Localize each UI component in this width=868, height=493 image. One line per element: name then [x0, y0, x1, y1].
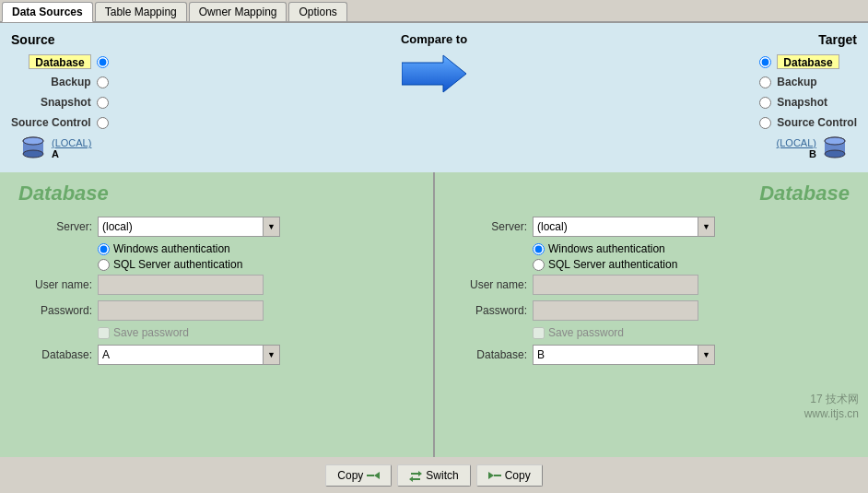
- svg-marker-0: [402, 55, 466, 92]
- copy-right-button[interactable]: Copy: [476, 464, 543, 487]
- target-server-input[interactable]: [533, 217, 698, 237]
- source-save-password-checkbox[interactable]: [98, 327, 110, 339]
- target-password-input[interactable]: [533, 300, 698, 321]
- target-backup-radio[interactable]: [759, 76, 771, 88]
- source-database-input[interactable]: [98, 345, 264, 365]
- target-sql-auth-radio[interactable]: [533, 259, 545, 271]
- source-backup-radio[interactable]: [97, 76, 109, 88]
- source-windows-auth-label: Windows authentication: [113, 242, 230, 255]
- target-server-label: Server:: [453, 220, 527, 233]
- source-db-name: (LOCAL): [52, 137, 91, 148]
- svg-rect-10: [367, 475, 374, 476]
- switch-icon: [409, 469, 422, 482]
- target-database-dropdown[interactable]: ▼: [698, 345, 715, 365]
- source-database-radio[interactable]: [97, 56, 109, 68]
- svg-point-3: [23, 150, 43, 158]
- target-snapshot-radio[interactable]: [759, 97, 771, 109]
- target-database-radio[interactable]: [759, 56, 771, 68]
- source-database-dropdown[interactable]: ▼: [264, 345, 280, 365]
- target-database-option: Database: [777, 54, 839, 69]
- source-sourcecontrol-radio[interactable]: [97, 117, 109, 129]
- target-backup-option: Backup: [777, 76, 816, 88]
- tab-owner-mapping[interactable]: Owner Mapping: [189, 2, 287, 21]
- source-server-input[interactable]: [98, 217, 264, 237]
- source-server-label: Server:: [18, 220, 92, 233]
- target-db-name: (LOCAL): [777, 137, 816, 148]
- tab-table-mapping[interactable]: Table Mapping: [95, 2, 187, 21]
- source-db-icon: [20, 135, 46, 161]
- tab-data-sources[interactable]: Data Sources: [2, 2, 93, 22]
- svg-marker-9: [374, 472, 380, 479]
- svg-marker-11: [488, 472, 494, 479]
- copy-left-icon: [367, 469, 380, 482]
- copy-left-label: Copy: [337, 469, 363, 482]
- target-snapshot-option: Snapshot: [777, 96, 827, 109]
- target-sourcecontrol-radio[interactable]: [759, 117, 771, 129]
- svg-rect-12: [494, 475, 501, 476]
- target-server-dropdown[interactable]: ▼: [698, 217, 715, 237]
- source-database-label: Database:: [18, 348, 92, 361]
- target-windows-auth-label: Windows authentication: [548, 242, 665, 255]
- svg-point-4: [23, 137, 43, 145]
- bottom-toolbar: Copy Switch Copy: [0, 457, 868, 493]
- target-username-input[interactable]: [533, 275, 698, 295]
- copy-left-button[interactable]: Copy: [325, 464, 392, 487]
- target-username-label: User name:: [453, 278, 527, 291]
- source-snapshot-radio[interactable]: [97, 97, 109, 109]
- compare-arrow-icon: [402, 53, 466, 95]
- target-save-password-label: Save password: [548, 326, 624, 339]
- source-password-input[interactable]: [98, 300, 264, 321]
- watermark: 17 技术网 www.itjs.cn: [804, 392, 859, 420]
- source-panel: Database Server: ▼ Windows authenticatio…: [0, 172, 433, 457]
- source-save-password-label: Save password: [113, 326, 189, 339]
- source-db-letter: A: [52, 148, 91, 159]
- source-windows-auth-radio[interactable]: [98, 243, 110, 255]
- target-panel: Database Server: ▼ Windows authenticatio…: [435, 172, 868, 457]
- source-password-label: Password:: [18, 304, 92, 317]
- target-db-letter: B: [777, 148, 816, 159]
- svg-point-7: [825, 150, 845, 158]
- copy-right-icon: [488, 469, 501, 482]
- source-label: Source: [11, 32, 109, 47]
- copy-right-label: Copy: [505, 469, 531, 482]
- target-database-label: Database:: [453, 348, 527, 361]
- source-panel-title: Database: [18, 182, 415, 205]
- target-sql-auth-label: SQL Server authentication: [548, 258, 677, 271]
- source-database-option: Database: [29, 54, 90, 69]
- source-username-input[interactable]: [98, 275, 264, 295]
- target-windows-auth-radio[interactable]: [533, 243, 545, 255]
- source-server-dropdown[interactable]: ▼: [264, 217, 280, 237]
- target-save-password-checkbox[interactable]: [533, 327, 545, 339]
- source-snapshot-option: Snapshot: [41, 96, 91, 109]
- target-db-icon: [822, 135, 848, 161]
- source-sql-auth-radio[interactable]: [98, 259, 110, 271]
- target-panel-title: Database: [453, 182, 850, 205]
- compare-to-label: Compare to: [401, 32, 467, 46]
- svg-point-8: [825, 137, 845, 145]
- target-label: Target: [759, 32, 857, 47]
- source-username-label: User name:: [18, 278, 92, 291]
- target-password-label: Password:: [453, 304, 527, 317]
- source-backup-option: Backup: [51, 76, 90, 88]
- switch-label: Switch: [426, 469, 458, 482]
- target-sourcecontrol-option: Source Control: [777, 116, 857, 129]
- switch-button[interactable]: Switch: [397, 464, 470, 487]
- tab-options[interactable]: Options: [288, 2, 346, 21]
- target-database-input[interactable]: [533, 345, 698, 365]
- source-sourcecontrol-option: Source Control: [11, 116, 91, 129]
- source-sql-auth-label: SQL Server authentication: [113, 258, 242, 271]
